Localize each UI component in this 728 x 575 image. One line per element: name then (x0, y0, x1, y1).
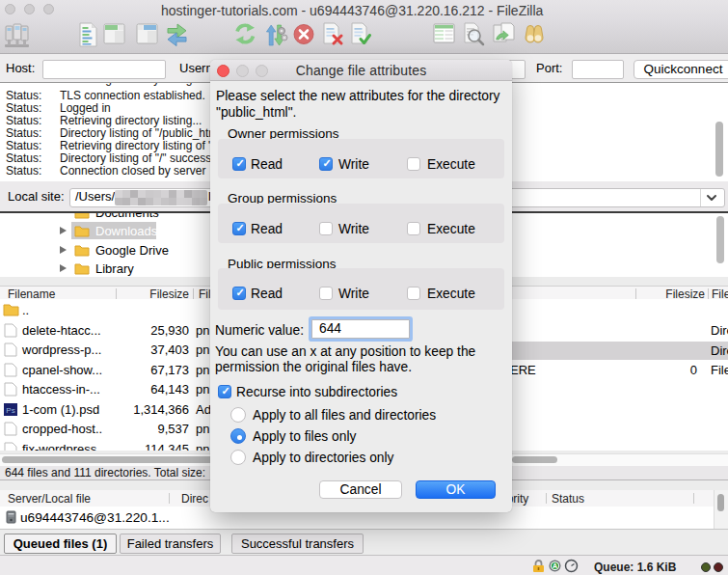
svg-text:A: A (553, 562, 557, 569)
svg-text:Ps: Ps (6, 406, 14, 415)
